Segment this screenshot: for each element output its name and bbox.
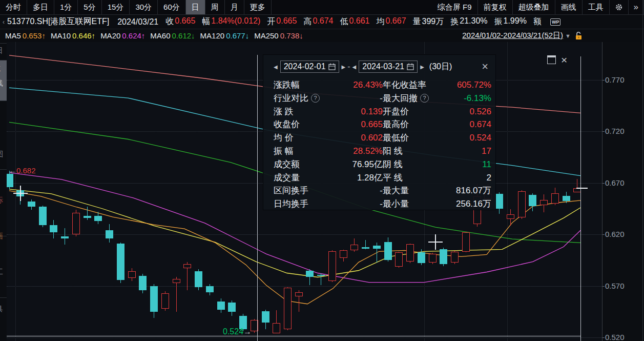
calendar-icon[interactable] bbox=[328, 63, 336, 70]
stat-label-最高价: 最高价 bbox=[383, 118, 452, 131]
stat-value-最高价: 0.674 bbox=[452, 118, 491, 131]
stat-value-成交额: 76.95亿 bbox=[334, 158, 383, 171]
left-strip-clipped-glyph[interactable]: K bbox=[0, 65, 1, 73]
candle-body-down bbox=[217, 302, 225, 310]
y-axis-tick bbox=[603, 80, 605, 81]
tab-60分[interactable]: 60分 bbox=[158, 0, 186, 14]
left-strip-clipped-glyph[interactable]: 具 bbox=[0, 305, 3, 314]
tab-多日[interactable]: 多日 bbox=[27, 0, 54, 14]
ma-value: 0.738↓ bbox=[280, 31, 303, 40]
toolbar-工具[interactable]: 工具 bbox=[583, 0, 610, 14]
stat-value-阳 线: 17 bbox=[452, 145, 491, 158]
toolbar-综合屏 F9[interactable]: 综合屏 F9 bbox=[432, 0, 478, 14]
next-date-arrow[interactable]: ▶ bbox=[342, 64, 346, 70]
tab-1分[interactable]: 1分 bbox=[54, 0, 78, 14]
next-date-arrow-2[interactable]: ▶ bbox=[420, 64, 424, 70]
lowest-price-value: 0.524 bbox=[223, 327, 243, 336]
end-date-input[interactable]: 2024-03-21 bbox=[359, 61, 418, 73]
quote-field-量: 量399万 bbox=[413, 16, 444, 27]
left-strip-divider bbox=[0, 43, 7, 44]
candle-body-down bbox=[117, 244, 124, 279]
lowest-price-annotation: 0.524→ bbox=[223, 327, 252, 336]
maximize-window-icon[interactable] bbox=[547, 55, 556, 64]
tab-更多[interactable]: 更多 bbox=[244, 0, 272, 14]
stat-value-均 价: 0.602 bbox=[334, 131, 383, 145]
candle-body-down bbox=[317, 275, 325, 276]
left-strip-clipped-glyph[interactable]: 工 bbox=[0, 268, 3, 277]
stat-value-最小量: 256.16万 bbox=[452, 197, 491, 211]
candle-body-up bbox=[328, 251, 336, 280]
toolbar-前复权[interactable]: 前复权 bbox=[478, 0, 513, 14]
left-strip-clipped-glyph[interactable]: 图 bbox=[0, 150, 3, 159]
interval-bottom-line bbox=[7, 336, 580, 336]
left-strip-clipped-glyph[interactable]: 线 bbox=[0, 79, 3, 88]
quote-field-label: 量 bbox=[413, 16, 421, 27]
quote-field-label: 开 bbox=[267, 16, 275, 27]
prev-date-arrow[interactable]: ◀ bbox=[274, 64, 278, 70]
y-axis-tick bbox=[603, 234, 605, 235]
unlocked-padlock-icon[interactable] bbox=[575, 32, 583, 40]
y-axis-tick bbox=[603, 286, 605, 287]
interval-boundary-line-end[interactable] bbox=[580, 56, 581, 341]
overflow-chevrons-icon[interactable]: » bbox=[629, 0, 644, 14]
calendar-icon[interactable] bbox=[407, 63, 414, 70]
ma-name: MA60 bbox=[150, 31, 170, 40]
candle-body-up bbox=[161, 293, 169, 309]
tab-日[interactable]: 日 bbox=[186, 0, 205, 14]
ma-values: MA50.653↑MA100.646↑MA200.624↑MA600.612↓M… bbox=[0, 31, 303, 40]
popup-stats-grid: 涨跌幅26.43%年化收益率605.72%行业对比?-最大回撤?-6.13%涨 … bbox=[263, 76, 495, 215]
stat-value-最大量: 816.07万 bbox=[452, 184, 491, 197]
stat-value-阴 线: 11 bbox=[452, 158, 491, 171]
prev-date-arrow-2[interactable]: ◀ bbox=[352, 64, 357, 70]
range-selector[interactable]: 2024/01/02-2024/03/21(52日) ▼ bbox=[462, 31, 644, 41]
tab-月[interactable]: 月 bbox=[225, 0, 244, 14]
quote-field-收: 收0.665 bbox=[165, 16, 195, 27]
stat-label-平 线: 平 线 bbox=[383, 171, 452, 185]
tab-5分[interactable]: 5分 bbox=[78, 0, 101, 14]
stat-label-开盘价: 开盘价 bbox=[383, 105, 452, 118]
y-axis-label-0.520: 0.520 bbox=[605, 333, 625, 341]
help-question-icon[interactable]: ? bbox=[420, 94, 429, 103]
quote-field-value: 21.30% bbox=[460, 16, 487, 27]
toolbar-超级叠加[interactable]: 超级叠加 bbox=[513, 0, 555, 14]
candle-wick bbox=[87, 207, 88, 220]
stat-label-涨 跌: 涨 跌 bbox=[274, 105, 334, 118]
left-strip-clipped-glyph[interactable]: 标 bbox=[0, 196, 3, 205]
stat-value-振 幅: 28.52% bbox=[334, 145, 383, 158]
y-axis-label-0.720: 0.720 bbox=[605, 127, 625, 135]
candle-body-up bbox=[395, 252, 403, 267]
left-edge-clipped-panel[interactable]: 日K线图标画工具 bbox=[0, 42, 7, 341]
pane-corner-icons: × bbox=[547, 55, 567, 64]
candle-body-up bbox=[72, 213, 80, 234]
gear-icon[interactable] bbox=[610, 0, 629, 14]
collapse-icon[interactable]: ‹ bbox=[0, 18, 7, 26]
left-strip-clipped-glyph[interactable]: 日 bbox=[0, 46, 3, 55]
y-axis-tick bbox=[603, 337, 605, 338]
price-axis: 0.7700.7200.6700.6200.5700.520 bbox=[602, 42, 644, 341]
stat-value-平 线: 2 bbox=[452, 171, 491, 185]
ma-value: 0.653↑ bbox=[23, 31, 46, 40]
popup-close-icon[interactable]: × bbox=[482, 63, 488, 71]
help-question-icon[interactable]: ? bbox=[311, 94, 320, 103]
candle-body-down bbox=[206, 286, 214, 292]
tab-15分[interactable]: 15分 bbox=[102, 0, 130, 14]
candle-body-up bbox=[173, 279, 180, 283]
tab-分时[interactable]: 分时 bbox=[0, 0, 27, 14]
ma-value: 0.646↑ bbox=[72, 31, 95, 40]
candle-body-up bbox=[406, 244, 414, 262]
candle-body-up bbox=[284, 288, 292, 329]
candle-body-up bbox=[507, 214, 514, 219]
interval-boundary-line-start[interactable] bbox=[257, 55, 258, 341]
left-strip-clipped-glyph[interactable]: 画 bbox=[0, 232, 3, 241]
toolbar-画线[interactable]: 画线 bbox=[555, 0, 583, 14]
candle-body-down bbox=[306, 271, 314, 276]
tab-周[interactable]: 周 bbox=[205, 0, 225, 14]
tab-30分[interactable]: 30分 bbox=[130, 0, 158, 14]
start-date-input[interactable]: 2024-02-01 bbox=[280, 61, 339, 73]
candle-body-down bbox=[384, 242, 392, 260]
pane-close-icon[interactable]: × bbox=[561, 56, 567, 64]
chevron-down-icon[interactable]: ▼ bbox=[565, 33, 571, 39]
range-text[interactable]: 2024/01/02-2024/03/21(52日) bbox=[462, 31, 563, 41]
candle-body-down bbox=[150, 286, 158, 312]
wp-monitor-icon[interactable]: WP bbox=[550, 18, 561, 26]
